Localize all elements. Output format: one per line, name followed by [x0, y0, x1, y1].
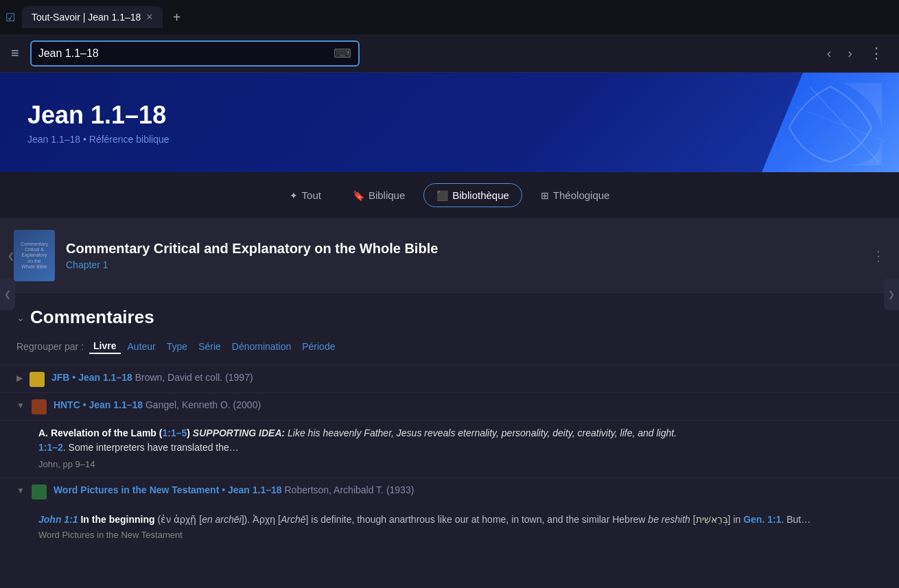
bookmark-icon: 🔖	[353, 190, 364, 201]
entry-jfb: ▶ JFB • Jean 1.1–18 Brown, David et coll…	[0, 365, 899, 392]
filter-tabs-row: ✦ Tout 🔖 Biblique ⬛ Bibliothèque ⊞ Théol…	[0, 172, 899, 219]
library-icon: ⬛	[436, 190, 448, 201]
search-input[interactable]	[38, 47, 328, 60]
toolbar-more-button[interactable]: ⋮	[865, 42, 888, 65]
filter-tout-label: Tout	[302, 189, 321, 201]
grid-icon: ⊞	[541, 190, 549, 201]
gen-ref[interactable]: Gen. 1:1	[743, 514, 781, 525]
filter-bibliotheque-label: Bibliothèque	[452, 189, 509, 201]
wp-content-text: John 1:1 In the beginning (ἐν ἀρχῇ [en a…	[38, 512, 883, 527]
hntc-text: HNTC • Jean 1.1–18 Gangel, Kenneth O. (2…	[54, 399, 883, 412]
sparkle-icon: ✦	[290, 190, 298, 201]
jfb-meta: Brown, David et coll. (1997)	[135, 372, 253, 383]
svg-line-1	[796, 107, 885, 141]
commentaires-header: ⌄ Commentaires	[0, 293, 899, 333]
tab-close-button[interactable]: ×	[146, 12, 152, 23]
tab-bar: ☑ Tout-Savoir | Jean 1.1–18 × +	[0, 0, 899, 34]
wp-text: Word Pictures in the New Testament • Jea…	[54, 484, 883, 497]
groupby-label: Regrouper par :	[16, 341, 84, 352]
new-tab-button[interactable]: +	[167, 7, 187, 27]
hero-breadcrumb-ref[interactable]: Jean 1.1–18	[27, 134, 80, 145]
hero-breadcrumb-label: Référence biblique	[89, 134, 170, 145]
hntc-icon	[32, 399, 47, 414]
back-button[interactable]: ‹	[823, 43, 836, 64]
wp-icon	[32, 484, 47, 499]
wp-toggle[interactable]: ▼	[16, 486, 25, 495]
entry-word-pictures: ▼ Word Pictures in the New Testament • J…	[0, 478, 899, 505]
main-content: ❮ CommentaryCritical &Explanatoryon theW…	[0, 219, 899, 588]
hero-banner: Jean 1.1–18 Jean 1.1–18 • Référence bibl…	[0, 73, 899, 172]
search-box[interactable]: ⌨	[30, 40, 360, 67]
right-edge-button[interactable]: ❯	[884, 279, 899, 310]
book-more-button[interactable]: ⋮	[872, 248, 885, 264]
menu-button[interactable]: ≡	[11, 45, 19, 61]
jfb-text: JFB • Jean 1.1–18 Brown, David et coll. …	[51, 371, 883, 385]
hntc-title-link[interactable]: HNTC • Jean 1.1–18	[54, 399, 143, 410]
hntc-content: A. Revelation of the Lamb (1:1–5) SUPPOR…	[0, 420, 899, 478]
groupby-serie[interactable]: Série	[194, 340, 225, 353]
hntc-ref-1[interactable]: 1:1–5	[162, 427, 187, 438]
tab-title: Tout-Savoir | Jean 1.1–18	[32, 12, 141, 23]
book-subtitle: Chapter 1	[66, 259, 861, 270]
hero-deco-svg	[775, 80, 892, 169]
hero-title: Jean 1.1–18	[27, 101, 170, 130]
commentaires-toggle[interactable]: ⌄	[16, 312, 25, 323]
jfb-title-link[interactable]: JFB • Jean 1.1–18	[51, 372, 132, 383]
wp-content: John 1:1 In the beginning (ἐν ἀρχῇ [en a…	[0, 505, 899, 548]
hntc-content-text: A. Revelation of the Lamb (1:1–5) SUPPOR…	[38, 426, 883, 455]
book-title: Commentary Critical and Explanatory on t…	[66, 241, 861, 257]
forward-button[interactable]: ›	[843, 43, 856, 64]
left-edge-button[interactable]: ❮	[0, 279, 15, 310]
filter-tab-bibliotheque[interactable]: ⬛ Bibliothèque	[423, 183, 522, 207]
jfb-icon	[30, 372, 45, 387]
book-thumbnail: CommentaryCritical &Explanatoryon theWho…	[14, 230, 55, 281]
keyboard-icon: ⌨	[334, 46, 351, 61]
filter-biblique-label: Biblique	[369, 189, 405, 201]
hntc-meta: Gangel, Kenneth O. (2000)	[145, 399, 261, 410]
book-info: Commentary Critical and Explanatory on t…	[66, 241, 861, 270]
wp-meta: Robertson, Archibald T. (1933)	[285, 484, 415, 495]
hntc-ref-2[interactable]: 1:1–2	[38, 442, 63, 453]
filter-tab-theologique[interactable]: ⊞ Théologique	[528, 183, 623, 207]
hero-subtitle: Jean 1.1–18 • Référence biblique	[27, 134, 170, 145]
groupby-row: Regrouper par : Livre Auteur Type Série …	[0, 333, 899, 365]
filter-tab-tout[interactable]: ✦ Tout	[277, 183, 334, 207]
filter-tab-biblique[interactable]: 🔖 Biblique	[340, 183, 418, 207]
entry-hntc: ▼ HNTC • Jean 1.1–18 Gangel, Kenneth O. …	[0, 392, 899, 420]
wp-source-label: Word Pictures in the New Testament	[38, 530, 883, 540]
groupby-periode[interactable]: Période	[298, 340, 339, 353]
commentaires-title: Commentaires	[30, 307, 154, 328]
wp-verse-ref[interactable]: John 1:1	[38, 514, 78, 525]
wp-title-link[interactable]: Word Pictures in the New Testament • Jea…	[54, 484, 282, 495]
active-tab[interactable]: Tout-Savoir | Jean 1.1–18 ×	[22, 6, 163, 28]
groupby-denomination[interactable]: Dénomination	[228, 340, 295, 353]
filter-theologique-label: Théologique	[553, 189, 610, 201]
hero-breadcrumb-dot: •	[83, 134, 86, 145]
hero-decoration	[762, 73, 899, 172]
groupby-type[interactable]: Type	[163, 340, 191, 353]
hntc-toggle[interactable]: ▼	[16, 401, 25, 410]
jfb-toggle[interactable]: ▶	[16, 373, 23, 383]
groupby-auteur[interactable]: Auteur	[124, 340, 160, 353]
tab-checkbox-icon: ☑	[5, 11, 15, 24]
toolbar: ≡ ⌨ ‹ › ⋮	[0, 34, 899, 73]
book-card-toggle[interactable]: ❮	[5, 250, 16, 261]
book-card: ❮ CommentaryCritical &Explanatoryon theW…	[0, 219, 899, 293]
hntc-page-info: John, pp 9–14	[38, 459, 883, 469]
groupby-livre[interactable]: Livre	[89, 339, 120, 354]
